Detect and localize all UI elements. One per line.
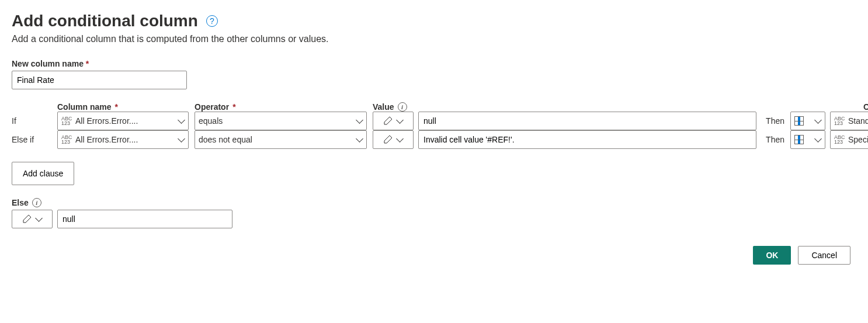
then-label: Then bbox=[761, 135, 784, 144]
chevron-down-icon bbox=[178, 136, 185, 143]
operator-dropdown[interactable]: equals bbox=[195, 112, 367, 130]
chevron-down-icon bbox=[35, 216, 42, 223]
chevron-down-icon bbox=[178, 117, 185, 124]
pencil-icon bbox=[383, 116, 393, 126]
datatype-icon: ABC123 bbox=[834, 135, 845, 144]
datatype-icon: ABC123 bbox=[61, 135, 72, 144]
chevron-down-icon bbox=[396, 136, 403, 143]
col-header-operator: Operator bbox=[195, 102, 367, 112]
new-col-input[interactable] bbox=[12, 71, 187, 89]
output-type-dropdown[interactable] bbox=[790, 112, 825, 130]
value-type-dropdown[interactable] bbox=[373, 112, 414, 130]
column-icon bbox=[794, 135, 804, 144]
else-input[interactable] bbox=[57, 210, 232, 228]
ok-button[interactable]: OK bbox=[753, 246, 791, 265]
clause-keyword: Else if bbox=[12, 135, 51, 144]
value-type-dropdown[interactable] bbox=[373, 130, 414, 149]
datatype-icon: ABC123 bbox=[61, 116, 72, 126]
dialog-title: Add conditional column bbox=[12, 12, 198, 30]
chevron-down-icon bbox=[356, 117, 363, 124]
column-icon bbox=[794, 116, 804, 126]
datatype-icon: ABC123 bbox=[834, 116, 845, 126]
operator-dropdown[interactable]: does not equal bbox=[195, 130, 367, 149]
output-type-dropdown[interactable] bbox=[790, 130, 825, 149]
info-icon[interactable]: i bbox=[398, 102, 407, 112]
dialog-subtitle: Add a conditional column that is compute… bbox=[12, 34, 856, 44]
chevron-down-icon bbox=[396, 117, 403, 124]
chevron-down-icon bbox=[814, 136, 821, 143]
add-clause-button[interactable]: Add clause bbox=[12, 162, 74, 185]
output-dropdown[interactable]: ABC123Special Rate bbox=[830, 130, 868, 149]
col-header-value: Valuei bbox=[373, 102, 784, 112]
clause-keyword: If bbox=[12, 116, 51, 126]
else-type-dropdown[interactable] bbox=[12, 210, 53, 228]
else-label: Elsei bbox=[12, 198, 856, 207]
cancel-button[interactable]: Cancel bbox=[798, 246, 850, 265]
info-icon[interactable]: i bbox=[32, 198, 41, 207]
col-header-column: Column name bbox=[57, 102, 189, 112]
then-label: Then bbox=[761, 116, 784, 126]
output-dropdown[interactable]: ABC123Standard Rate bbox=[830, 112, 868, 130]
chevron-down-icon bbox=[814, 117, 821, 124]
pencil-icon bbox=[22, 214, 32, 224]
pencil-icon bbox=[383, 135, 393, 144]
column-dropdown[interactable]: ABC123All Errors.Error.... bbox=[57, 112, 189, 130]
new-col-label: New column name bbox=[12, 59, 89, 68]
chevron-down-icon bbox=[356, 136, 363, 143]
col-header-output: Outputi bbox=[863, 102, 868, 112]
value-input[interactable] bbox=[418, 130, 756, 149]
column-dropdown[interactable]: ABC123All Errors.Error.... bbox=[57, 130, 189, 149]
value-input[interactable] bbox=[418, 112, 756, 130]
help-icon[interactable]: ? bbox=[206, 15, 218, 27]
